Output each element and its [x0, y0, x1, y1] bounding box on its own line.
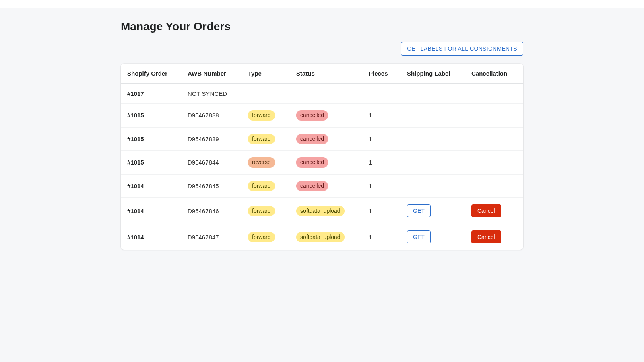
status-badge: cancelled: [296, 134, 328, 144]
table-row: #1014D95467846forwardsoftdata_upload1GET…: [121, 198, 523, 224]
cell-awb-number: D95467845: [181, 174, 242, 198]
status-badge: softdata_upload: [296, 232, 345, 243]
cell-type: forward: [242, 198, 290, 224]
cancel-button[interactable]: Cancel: [471, 204, 501, 217]
cell-shipping-label: [400, 151, 465, 175]
cell-pieces: 1: [362, 224, 400, 250]
table-row: #1015D95467844reversecancelled1: [121, 151, 523, 175]
type-badge: forward: [248, 181, 275, 191]
cell-awb-number: NOT SYNCED: [181, 84, 242, 104]
cell-pieces: 1: [362, 151, 400, 175]
cell-type: forward: [242, 127, 290, 151]
type-badge: forward: [248, 206, 275, 216]
cell-status: [290, 84, 362, 104]
header-cancellation: Cancellation: [465, 64, 523, 84]
cell-shopify-order: #1014: [121, 174, 181, 198]
table-row: #1014D95467847forwardsoftdata_upload1GET…: [121, 224, 523, 250]
cell-shipping-label: [400, 104, 465, 128]
cell-status: softdata_upload: [290, 198, 362, 224]
cancel-button[interactable]: Cancel: [471, 230, 501, 243]
header-awb-number: AWB Number: [181, 64, 242, 84]
cell-awb-number: D95467839: [181, 127, 242, 151]
status-badge: cancelled: [296, 110, 328, 121]
table-row: #1015D95467838forwardcancelled1: [121, 104, 523, 128]
get-label-button[interactable]: GET: [407, 230, 431, 243]
top-bar: [0, 0, 644, 8]
cell-awb-number: D95467838: [181, 104, 242, 128]
header-shopify-order: Shopify Order: [121, 64, 181, 84]
cell-status: softdata_upload: [290, 224, 362, 250]
status-badge: softdata_upload: [296, 206, 345, 216]
cell-type: forward: [242, 224, 290, 250]
orders-table: Shopify Order AWB Number Type Status Pie…: [121, 64, 523, 250]
cell-shopify-order: #1014: [121, 198, 181, 224]
table-row: #1017NOT SYNCED: [121, 84, 523, 104]
type-badge: reverse: [248, 157, 275, 168]
cell-shipping-label: [400, 127, 465, 151]
cell-shipping-label: [400, 174, 465, 198]
cell-type: [242, 84, 290, 104]
cell-shopify-order: #1015: [121, 151, 181, 175]
orders-card: Shopify Order AWB Number Type Status Pie…: [121, 64, 523, 250]
get-all-labels-button[interactable]: GET LABELS FOR ALL CONSIGNMENTS: [401, 42, 523, 56]
cell-shopify-order: #1015: [121, 127, 181, 151]
cell-shipping-label: GET: [400, 198, 465, 224]
cell-cancellation: [465, 127, 523, 151]
cell-type: forward: [242, 104, 290, 128]
content-container: Manage Your Orders GET LABELS FOR ALL CO…: [121, 20, 523, 250]
cell-status: cancelled: [290, 127, 362, 151]
cell-shopify-order: #1017: [121, 84, 181, 104]
type-badge: forward: [248, 232, 275, 243]
cell-shopify-order: #1014: [121, 224, 181, 250]
cell-shopify-order: #1015: [121, 104, 181, 128]
cell-awb-number: D95467844: [181, 151, 242, 175]
cell-status: cancelled: [290, 104, 362, 128]
header-status: Status: [290, 64, 362, 84]
cell-shipping-label: GET: [400, 224, 465, 250]
cell-shipping-label: [400, 84, 465, 104]
get-label-button[interactable]: GET: [407, 204, 431, 217]
orders-tbody: #1017NOT SYNCED#1015D95467838forwardcanc…: [121, 84, 523, 250]
header-type: Type: [242, 64, 290, 84]
cell-awb-number: D95467847: [181, 224, 242, 250]
cell-cancellation: Cancel: [465, 224, 523, 250]
status-badge: cancelled: [296, 157, 328, 168]
cell-status: cancelled: [290, 174, 362, 198]
cell-status: cancelled: [290, 151, 362, 175]
cell-cancellation: [465, 84, 523, 104]
cell-awb-number: D95467846: [181, 198, 242, 224]
type-badge: forward: [248, 134, 275, 144]
cell-pieces: 1: [362, 198, 400, 224]
cell-cancellation: [465, 151, 523, 175]
page-body: Manage Your Orders GET LABELS FOR ALL CO…: [0, 8, 644, 262]
table-row: #1014D95467845forwardcancelled1: [121, 174, 523, 198]
cell-type: reverse: [242, 151, 290, 175]
cell-pieces: 1: [362, 104, 400, 128]
status-badge: cancelled: [296, 181, 328, 191]
cell-cancellation: [465, 104, 523, 128]
action-row: GET LABELS FOR ALL CONSIGNMENTS: [121, 42, 523, 56]
table-row: #1015D95467839forwardcancelled1: [121, 127, 523, 151]
cell-pieces: 1: [362, 127, 400, 151]
header-pieces: Pieces: [362, 64, 400, 84]
table-header-row: Shopify Order AWB Number Type Status Pie…: [121, 64, 523, 84]
cell-cancellation: Cancel: [465, 198, 523, 224]
cell-pieces: [362, 84, 400, 104]
cell-type: forward: [242, 174, 290, 198]
header-shipping-label: Shipping Label: [400, 64, 465, 84]
page-title: Manage Your Orders: [121, 20, 523, 33]
cell-cancellation: [465, 174, 523, 198]
cell-pieces: 1: [362, 174, 400, 198]
type-badge: forward: [248, 110, 275, 121]
